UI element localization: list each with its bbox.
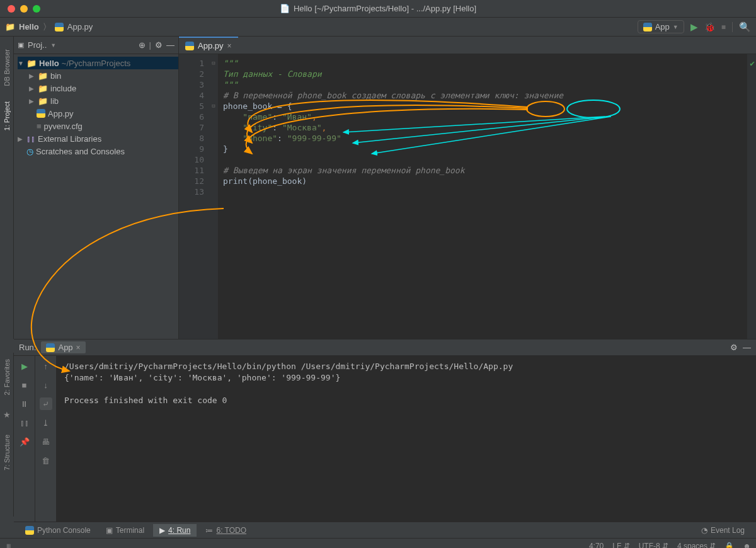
tree-item-label: pyvenv.cfg: [44, 122, 83, 131]
project-tree: ▼ 📁 Hello ~/PycharmProjects ▶ 📁 bin ▶ 📁 …: [14, 54, 178, 160]
chevron-down-icon[interactable]: ▼: [50, 42, 56, 49]
expand-arrow-icon[interactable]: ▼: [18, 60, 24, 67]
pause-button[interactable]: ⏸: [18, 397, 31, 410]
editor-tabs: App.py ×: [179, 37, 756, 54]
tree-item-include[interactable]: ▶ 📁 include: [18, 82, 178, 94]
todo-icon: ≔: [205, 526, 213, 535]
close-window-button[interactable]: [8, 5, 15, 13]
event-log-icon: ◔: [701, 526, 707, 535]
ide-icon[interactable]: ☻: [743, 542, 751, 549]
run-actions-left: ▶ ■ ⏸ ⫿⫿ 📌: [14, 356, 35, 522]
expand-arrow-icon[interactable]: ▶: [29, 72, 35, 79]
run-tab-bottom[interactable]: ▶ 4: Run: [153, 524, 197, 537]
run-tab[interactable]: App ×: [41, 341, 85, 353]
tree-scratches[interactable]: ◷ Scratches and Consoles: [18, 145, 178, 157]
tree-root-path: ~/PycharmProjects: [62, 59, 130, 68]
expand-arrow-icon[interactable]: ▶: [29, 98, 35, 105]
window-title-text: Hello [~/PycharmProjects/Hello] - .../Ap…: [294, 4, 476, 13]
file-encoding[interactable]: UTF-8 ⇵: [639, 542, 668, 549]
breadcrumb-project[interactable]: Hello: [19, 22, 39, 31]
chevron-right-icon: 〉: [43, 21, 51, 33]
minimize-window-button[interactable]: [20, 5, 28, 13]
bottom-tool-tabs: Python Console ▣ Terminal ▶ 4: Run ≔ 6: …: [14, 522, 756, 538]
rerun-button[interactable]: ▶: [18, 360, 31, 372]
window-titlebar: 📄 Hello [~/PycharmProjects/Hello] - .../…: [0, 0, 756, 18]
event-log-tab[interactable]: ◔ Event Log: [695, 524, 751, 537]
indent-settings[interactable]: 4 spaces ⇵: [677, 542, 716, 549]
expand-arrow-icon[interactable]: ▶: [18, 135, 24, 142]
line-number-gutter[interactable]: 12345678910111213: [179, 54, 209, 339]
editor[interactable]: 12345678910111213 ⊟⊟ """ Тип данных - Сл…: [179, 54, 756, 339]
run-config-selector[interactable]: App ▼: [638, 20, 684, 33]
soft-wrap-button[interactable]: ⤶: [40, 397, 52, 410]
todo-tab[interactable]: ≔ 6: TODO: [199, 524, 253, 537]
editor-tab-app-py[interactable]: App.py ×: [179, 37, 238, 54]
run-label: Run:: [19, 343, 36, 352]
close-tab-button[interactable]: ×: [227, 42, 231, 50]
scroll-end-button[interactable]: ⤓: [40, 416, 52, 429]
trash-button[interactable]: 🗑: [40, 454, 52, 467]
gear-icon[interactable]: ⚙: [155, 40, 163, 50]
stop-button[interactable]: ■: [18, 379, 31, 391]
cursor-position[interactable]: 4:70: [589, 542, 604, 549]
project-tool[interactable]: 1: Project: [3, 101, 11, 130]
chevron-down-icon: ▼: [673, 24, 679, 30]
folder-icon: 📁: [38, 96, 48, 106]
expand-arrow-icon[interactable]: ▶: [29, 85, 35, 92]
python-file-icon: [55, 23, 64, 31]
debug-button[interactable]: 🐞: [704, 22, 715, 32]
editor-right-gutter: ✔: [747, 54, 756, 339]
run-actions-right: ↑ ↓ ⤶ ⤓ 🖶 🗑: [35, 356, 57, 522]
terminal-tab[interactable]: ▣ Terminal: [100, 524, 151, 537]
db-browser-tool[interactable]: DB Browser: [3, 49, 11, 86]
status-bar: ⫼ 4:70 LF ⇵ UTF-8 ⇵ 4 spaces ⇵ 🔒 ☻: [0, 538, 756, 548]
tree-root-name: Hello: [39, 59, 59, 68]
favorites-tool[interactable]: 2: Favorites: [3, 359, 11, 395]
close-run-tab[interactable]: ×: [76, 343, 81, 352]
run-button[interactable]: ▶: [690, 21, 698, 33]
pin-button[interactable]: 📌: [18, 435, 31, 448]
left-tool-strip: DB Browser 1: Project: [0, 37, 14, 339]
line-separator[interactable]: LF ⇵: [612, 542, 629, 549]
tree-external-libs[interactable]: ▶ ⫿⫿ External Libraries: [18, 132, 178, 145]
collapse-icon[interactable]: —: [166, 40, 175, 50]
python-file-icon: [37, 109, 45, 118]
layout-button[interactable]: ⫿⫿: [18, 416, 31, 429]
hide-panel-button[interactable]: —: [743, 343, 751, 352]
project-panel: ▣ Proj.. ▼ ⊕ | ⚙ — ▼ 📁 Hello ~/PycharmPr…: [14, 37, 179, 339]
tree-root[interactable]: ▼ 📁 Hello ~/PycharmProjects: [18, 57, 178, 69]
gear-icon[interactable]: ⚙: [730, 343, 738, 352]
breadcrumb-file[interactable]: App.py: [67, 22, 93, 31]
tree-item-lib[interactable]: ▶ 📁 lib: [18, 94, 178, 107]
structure-tool[interactable]: 7: Structure: [3, 435, 11, 471]
inspection-ok-icon[interactable]: ✔: [750, 58, 755, 69]
file-icon: ≡: [37, 122, 42, 131]
window-title: 📄 Hello [~/PycharmProjects/Hello] - .../…: [280, 4, 476, 13]
editor-tab-label: App.py: [198, 41, 223, 50]
tool-window-quick-access[interactable]: ⫼: [5, 542, 13, 549]
tree-item-label: bin: [50, 71, 61, 81]
code-area[interactable]: """ Тип данных - Словари """ # В перемен…: [218, 54, 747, 339]
down-button[interactable]: ↓: [40, 379, 52, 391]
project-panel-title[interactable]: Proj..: [28, 40, 47, 50]
maximize-window-button[interactable]: [33, 5, 40, 13]
stop-button[interactable]: ■: [721, 23, 726, 31]
python-file-icon: [185, 42, 194, 50]
fold-gutter[interactable]: ⊟⊟: [209, 54, 218, 339]
tree-item-app-py[interactable]: App.py: [18, 107, 178, 120]
tree-item-pyvenv[interactable]: ≡ pyvenv.cfg: [18, 120, 178, 132]
search-button[interactable]: 🔍: [739, 21, 751, 33]
tree-item-label: include: [50, 84, 76, 93]
breadcrumb[interactable]: 📁 Hello 〉 App.py: [5, 21, 93, 33]
folder-icon: 📁: [38, 84, 48, 93]
lock-icon[interactable]: 🔒: [724, 542, 734, 549]
tree-item-bin[interactable]: ▶ 📁 bin: [18, 69, 178, 82]
console-output[interactable]: /Users/dmitriy/PycharmProjects/Hello/bin…: [57, 356, 756, 522]
python-console-tab[interactable]: Python Console: [19, 524, 97, 537]
view-mode-icon[interactable]: ▣: [18, 41, 24, 49]
up-button[interactable]: ↑: [40, 360, 52, 372]
folder-icon: 📁: [38, 71, 48, 81]
print-button[interactable]: 🖶: [40, 435, 52, 448]
python-icon: [46, 343, 55, 352]
locate-icon[interactable]: ⊕: [139, 40, 146, 50]
